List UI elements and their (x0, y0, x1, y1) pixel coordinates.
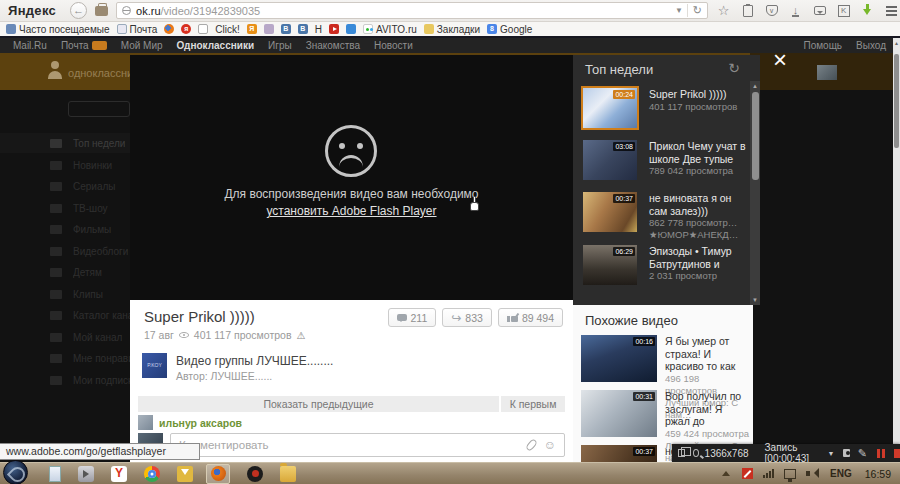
sidebar-item-channels[interactable]: Каталог каналов (0, 305, 130, 325)
scroll-down-icon[interactable]: ▼ (750, 297, 760, 303)
refresh-icon[interactable]: ↻ (728, 60, 740, 76)
sidebar-add-video-button[interactable] (68, 101, 130, 117)
video-title[interactable]: Эпизоды • Тимур Батрутдинов и (649, 245, 751, 270)
bookmark-yandex-orange[interactable]: Я (247, 24, 257, 34)
sidebar-item-movies[interactable]: Фильмы (0, 219, 130, 239)
topbar-link-mailru[interactable]: Mail.Ru (13, 40, 47, 51)
bookmark-frequently-visited[interactable]: Часто посещаемые (6, 24, 110, 35)
language-indicator[interactable]: ENG (830, 468, 852, 479)
address-bar[interactable]: ok.ru /video/31942839035 ▼ ↻ (116, 2, 708, 19)
bookmark-avito[interactable]: AVITO.ru (363, 24, 417, 35)
speaker-icon[interactable] (806, 468, 818, 479)
video-thumbnail[interactable]: 06:29 (583, 245, 637, 285)
group-name[interactable]: Видео группы ЛУЧШЕЕ........ (176, 354, 333, 368)
signal-bars-icon[interactable] (763, 469, 774, 478)
video-thumbnail[interactable]: 00:31 (581, 390, 657, 437)
to-first-button[interactable]: К первым (501, 396, 565, 412)
top-week-item-1[interactable]: 00:24 Super Prikol ))))) 401 117 просмот… (583, 88, 749, 138)
bookmark-h[interactable]: H (315, 24, 322, 35)
bookmark-click[interactable]: Click! (215, 24, 239, 35)
pause-icon[interactable] (877, 449, 885, 458)
report-icon[interactable]: ⚠ (296, 330, 305, 341)
sidebar-item-new[interactable]: Новинки (0, 155, 130, 175)
network-icon[interactable] (784, 469, 796, 479)
magnifier-icon[interactable] (693, 449, 699, 457)
video-title[interactable]: Super Prikol ))))) (649, 88, 751, 101)
yandex-logo[interactable]: Яндекс (8, 3, 56, 18)
taskbar-explorer-icon[interactable] (280, 466, 296, 482)
recorder-dropdown-icon[interactable]: ▼ (828, 450, 835, 457)
taskbar-chrome-icon[interactable] (144, 466, 160, 482)
related-item-1[interactable]: 00:16 Я бы умер от страха! И красиво то … (581, 335, 749, 383)
bookmark-youtube[interactable] (329, 24, 339, 34)
bookmark-vk-1[interactable]: B (281, 24, 291, 34)
video-title[interactable]: Я бы умер от страха! И красиво то как (665, 335, 749, 373)
top-week-item-4[interactable]: 06:29 Эпизоды • Тимур Батрутдинов и 2 03… (583, 245, 749, 295)
close-icon[interactable]: × (768, 49, 792, 73)
sidebar-item-liked[interactable]: Мне понравилось (0, 348, 130, 368)
topbar-link-dating[interactable]: Знакомства (306, 40, 360, 51)
topbar-link-moymir[interactable]: Мой Мир (121, 40, 163, 51)
pencil-icon[interactable]: ✎ (858, 447, 867, 460)
taskbar-yandex-browser-icon[interactable]: Y (111, 466, 127, 482)
suitcase-icon[interactable] (95, 6, 108, 16)
video-thumbnail[interactable]: 03:08 (583, 140, 637, 180)
reload-icon[interactable]: ↻ (687, 4, 707, 17)
topbar-link-mail[interactable]: Почта (61, 40, 89, 51)
bookmark-vk-2[interactable]: B (298, 24, 308, 34)
sidebar-item-my-channel[interactable]: Мой канал (0, 327, 130, 347)
scroll-thumb[interactable] (752, 92, 759, 180)
bookmark-camera[interactable] (264, 24, 274, 34)
scroll-up-icon[interactable]: ▲ (893, 40, 900, 46)
video-thumbnail[interactable]: 00:37 (581, 445, 657, 462)
sidebar-item-tvshow[interactable]: ТВ-шоу (0, 198, 130, 218)
comment-input[interactable] (171, 439, 528, 451)
commenter-avatar[interactable] (138, 415, 153, 430)
bookmark-translate[interactable] (346, 24, 356, 34)
menu-icon[interactable] (884, 3, 899, 18)
taskbar-notepad-icon[interactable] (49, 466, 61, 482)
restore-window-icon[interactable] (678, 449, 685, 457)
install-flash-link[interactable]: установить Adobe Flash Player (130, 204, 573, 218)
screenshot-icon[interactable] (843, 449, 850, 457)
downloads-icon[interactable]: ↓ (788, 3, 803, 18)
user-avatar[interactable] (817, 65, 837, 80)
show-previous-button[interactable]: Показать предыдущие (138, 396, 499, 412)
scroll-thumb[interactable] (894, 54, 899, 148)
video-thumbnail[interactable]: 00:16 (581, 335, 657, 382)
sidebar-item-subscriptions[interactable]: Мои подписки (0, 370, 130, 390)
scroll-up-icon[interactable]: ▲ (750, 83, 760, 89)
bookmark-firefox[interactable] (164, 24, 174, 34)
bookmark-mail[interactable]: Почта (117, 24, 158, 35)
sidebar-item-kids[interactable]: Детям (0, 262, 130, 282)
stop-icon[interactable] (894, 449, 900, 458)
topbar-link-logout[interactable]: Выход (856, 40, 886, 51)
commenter-name[interactable]: ильнур аксаров (159, 417, 242, 429)
bookmark-folder[interactable]: Закладки (424, 24, 480, 35)
sidebar-item-top-week[interactable]: Топ недели (0, 133, 130, 153)
share-button[interactable]: ↪ 833 (442, 308, 492, 327)
k-extension-icon[interactable]: K (836, 3, 851, 18)
video-title[interactable]: Прикол Чему учат в школе Две тупые (649, 140, 751, 165)
taskbar-media-player-icon[interactable] (78, 466, 94, 482)
tray-alert-icon[interactable] (742, 468, 753, 479)
topbar-link-news[interactable]: Новости (374, 40, 413, 51)
clipboard-icon[interactable] (740, 3, 755, 18)
topbar-link-help[interactable]: Помощь (803, 40, 842, 51)
group-avatar[interactable]: P.KOY (142, 353, 167, 378)
taskbar-recorder-icon[interactable] (247, 466, 263, 482)
like-button[interactable]: 89 494 (498, 308, 563, 327)
clock[interactable]: 16:59 (865, 468, 891, 480)
smiley-icon[interactable]: ☺ (544, 438, 556, 452)
chat-icon[interactable] (812, 3, 827, 18)
sidebar-item-vlogs[interactable]: Видеоблоги (0, 241, 130, 261)
tray-expand-icon[interactable] (722, 467, 730, 476)
panel-scrollbar[interactable]: ▲ ▼ (750, 81, 760, 305)
top-week-item-2[interactable]: 03:08 Прикол Чему учат в школе Две тупые… (583, 140, 749, 190)
comments-button[interactable]: 211 (388, 308, 437, 327)
video-thumbnail[interactable]: 00:37 (583, 192, 637, 232)
bookmark-star-icon[interactable]: ☆ (716, 3, 731, 18)
topbar-link-odnoklassniki[interactable]: Одноклассники (177, 40, 255, 51)
taskbar-download-manager-icon[interactable] (177, 466, 193, 482)
video-title[interactable]: Вор получил по заслугам! Я ржал до (665, 390, 749, 428)
